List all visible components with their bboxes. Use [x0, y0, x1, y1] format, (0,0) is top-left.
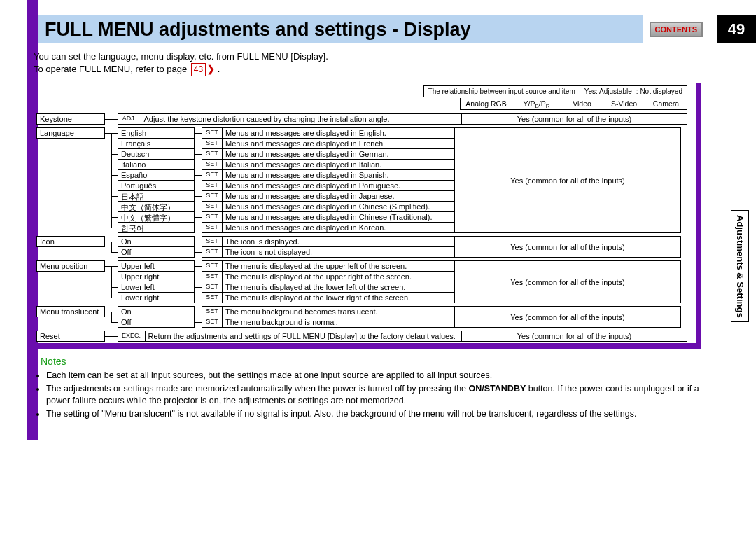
- notes-section: Notes Each item can be set at all input …: [34, 356, 725, 422]
- row-reset: Reset EXEC. Return the adjustments and s…: [36, 331, 687, 342]
- row-language: Language EnglishSETMenus and messages ar…: [36, 127, 687, 233]
- intro-line-1: You can set the language, menu display, …: [34, 50, 692, 63]
- settings-table: Keystone ADJ. Adjust the keystone distor…: [36, 113, 687, 342]
- option-name: 中文（繁體字）: [118, 211, 195, 223]
- section-tab: Adjustments & Settings: [731, 210, 749, 322]
- option-desc: Menus and messages are displayed in Germ…: [223, 148, 455, 160]
- option-row: PortuguêsSETMenus and messages are displ…: [118, 180, 455, 191]
- row-keystone: Keystone ADJ. Adjust the keystone distor…: [36, 113, 687, 125]
- option-name: On: [118, 306, 195, 317]
- page-title: FULL MENU adjustments and settings - Dis…: [45, 19, 471, 41]
- option-desc: The icon is displayed.: [223, 236, 455, 247]
- option-row: EnglishSETMenus and messages are display…: [118, 127, 455, 139]
- legend: The relationship between input source an…: [424, 85, 687, 97]
- set-tag: SET: [202, 222, 223, 233]
- option-row: Upper rightSETThe menu is displayed at t…: [118, 271, 455, 282]
- option-name: Upper left: [118, 260, 195, 272]
- option-name: Português: [118, 180, 195, 191]
- option-name: Deutsch: [118, 148, 195, 160]
- row-menu-position: Menu position Upper leftSETThe menu is d…: [36, 260, 687, 303]
- option-desc: Menus and messages are displayed in Engl…: [223, 127, 455, 139]
- set-tag: SET: [202, 180, 223, 191]
- set-tag: SET: [202, 201, 223, 212]
- page-ref-link[interactable]: 43: [191, 63, 206, 76]
- option-name: 中文（简体字）: [118, 201, 195, 212]
- set-tag: SET: [202, 159, 223, 170]
- option-name: On: [118, 236, 195, 247]
- option-row: Lower leftSETThe menu is displayed at th…: [118, 282, 455, 293]
- option-row: FrançaisSETMenus and messages are displa…: [118, 138, 455, 149]
- header: FULL MENU adjustments and settings - Dis…: [38, 15, 703, 43]
- option-desc: Menus and messages are displayed in Ital…: [223, 159, 455, 170]
- set-tag: SET: [202, 271, 223, 282]
- option-row: 中文（繁體字）SETMenus and messages are display…: [118, 211, 455, 223]
- option-name: Español: [118, 169, 195, 181]
- notes-list: Each item can be set at all input source…: [34, 370, 725, 420]
- option-row: Upper leftSETThe menu is displayed at th…: [118, 260, 455, 272]
- option-row: Lower rightSETThe menu is displayed at t…: [118, 292, 455, 303]
- set-tag: SET: [202, 211, 223, 223]
- source-header-row: Analog RGB Y/PB/PR Video S-Video Camera: [460, 98, 687, 110]
- set-tag: SET: [202, 282, 223, 293]
- intro-text: You can set the language, menu display, …: [34, 50, 692, 76]
- option-desc: Menus and messages are displayed in Port…: [223, 180, 455, 191]
- option-row: EspañolSETMenus and messages are display…: [118, 169, 455, 181]
- row-icon: Icon OnSETThe icon is displayed.OffSETTh…: [36, 236, 687, 258]
- set-tag: SET: [202, 138, 223, 149]
- set-tag: SET: [202, 292, 223, 303]
- note-item: The setting of "Menu translucent" is not…: [46, 408, 725, 420]
- option-desc: The menu is displayed at the upper left …: [223, 260, 455, 272]
- option-row: ItalianoSETMenus and messages are displa…: [118, 159, 455, 170]
- set-tag: SET: [202, 260, 223, 272]
- page-number: 49: [717, 15, 756, 43]
- option-row: OnSETThe menu background becomes translu…: [118, 306, 455, 317]
- option-row: OnSETThe icon is displayed.: [118, 236, 455, 247]
- option-desc: The menu is displayed at the upper right…: [223, 271, 455, 282]
- title-bg: FULL MENU adjustments and settings - Dis…: [38, 15, 643, 43]
- option-desc: The menu is displayed at the lower left …: [223, 282, 455, 293]
- option-desc: The menu background is normal.: [223, 317, 455, 328]
- option-row: OffSETThe menu background is normal.: [118, 317, 455, 328]
- option-desc: The icon is not displayed.: [223, 246, 455, 258]
- option-desc: Menus and messages are displayed in Span…: [223, 169, 455, 181]
- option-row: 中文（简体字）SETMenus and messages are display…: [118, 201, 455, 212]
- option-name: 日本語: [118, 190, 195, 202]
- option-name: Off: [118, 317, 195, 328]
- option-desc: The menu is displayed at the lower right…: [223, 292, 455, 303]
- option-name: Français: [118, 138, 195, 149]
- arrow-icon: ❯: [207, 64, 215, 74]
- notes-heading: Notes: [34, 356, 725, 367]
- option-row: DeutschSETMenus and messages are display…: [118, 148, 455, 160]
- option-name: 한국어: [118, 222, 195, 233]
- option-desc: The menu background becomes translucent.: [223, 306, 455, 317]
- option-name: Upper right: [118, 271, 195, 282]
- set-tag: SET: [202, 148, 223, 160]
- note-item: The adjustments or settings made are mem…: [46, 383, 725, 407]
- set-tag: SET: [202, 169, 223, 181]
- option-name: Lower left: [118, 282, 195, 293]
- set-tag: SET: [202, 190, 223, 202]
- contents-button[interactable]: CONTENTS: [650, 22, 704, 37]
- option-desc: Menus and messages are displayed in Japa…: [223, 190, 455, 202]
- option-desc: Menus and messages are displayed in Chin…: [223, 211, 455, 223]
- option-row: 日本語SETMenus and messages are displayed i…: [118, 190, 455, 202]
- option-desc: Menus and messages are displayed in Fren…: [223, 138, 455, 149]
- option-row: OffSETThe icon is not displayed.: [118, 246, 455, 258]
- row-menu-translucent: Menu translucent OnSETThe menu backgroun…: [36, 306, 687, 328]
- set-tag: SET: [202, 306, 223, 317]
- set-tag: SET: [202, 317, 223, 328]
- option-name: Italiano: [118, 159, 195, 170]
- set-tag: SET: [202, 236, 223, 247]
- settings-panel: The relationship between input source an…: [29, 83, 701, 349]
- option-name: Off: [118, 246, 195, 258]
- option-name: English: [118, 127, 195, 139]
- intro-line-2: To operate FULL MENU, refer to page 43❯ …: [34, 63, 692, 76]
- option-desc: Menus and messages are displayed in Chin…: [223, 201, 455, 212]
- option-name: Lower right: [118, 292, 195, 303]
- note-item: Each item can be set at all input source…: [46, 370, 725, 382]
- option-desc: Menus and messages are displayed in Kore…: [223, 222, 455, 233]
- option-row: 한국어SETMenus and messages are displayed i…: [118, 222, 455, 233]
- set-tag: SET: [202, 127, 223, 139]
- set-tag: SET: [202, 246, 223, 258]
